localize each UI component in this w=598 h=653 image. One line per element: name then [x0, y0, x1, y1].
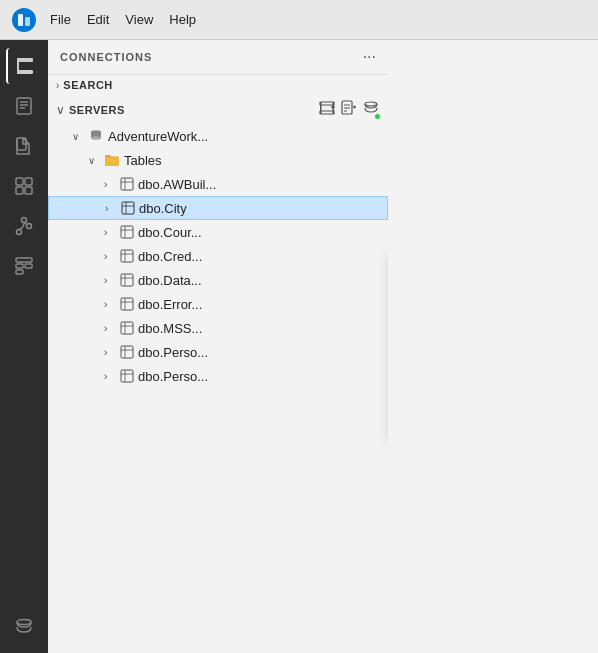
svg-rect-26	[320, 111, 334, 114]
activity-icon-files[interactable]	[6, 128, 42, 164]
tree-item-cour[interactable]: › dbo.Cour...	[48, 220, 388, 244]
tree-item-error[interactable]: › dbo.Error...	[48, 292, 388, 316]
mss-label: dbo.MSS...	[138, 321, 202, 336]
svg-point-16	[17, 230, 22, 235]
mss-chevron: ›	[104, 323, 116, 334]
svg-rect-60	[121, 346, 133, 358]
svg-rect-45	[121, 226, 133, 238]
table-icon-cred	[120, 249, 134, 263]
title-bar: File Edit View Help	[0, 0, 598, 40]
activity-icon-schema[interactable]	[6, 248, 42, 284]
svg-rect-6	[17, 98, 31, 114]
tree-item-tables[interactable]: ∨ Tables	[48, 148, 388, 172]
panel-more-button[interactable]: ···	[363, 48, 376, 66]
table-icon-city	[121, 201, 135, 215]
svg-rect-48	[121, 250, 133, 262]
svg-point-17	[27, 224, 32, 229]
servers-toolbar	[318, 99, 380, 120]
cred-label: dbo.Cred...	[138, 249, 202, 264]
connected-server-indicator	[362, 99, 380, 120]
svg-rect-14	[25, 187, 32, 194]
svg-rect-54	[121, 298, 133, 310]
svg-rect-42	[122, 202, 134, 214]
table-icon-cour	[120, 225, 134, 239]
table-icon-perso2	[120, 369, 134, 383]
svg-rect-57	[121, 322, 133, 334]
server-icon	[88, 128, 104, 144]
svg-rect-5	[17, 70, 33, 74]
svg-point-38	[91, 136, 101, 140]
table-icon-mss	[120, 321, 134, 335]
menu-view[interactable]: View	[125, 12, 153, 27]
svg-rect-63	[121, 370, 133, 382]
svg-rect-20	[25, 264, 32, 268]
table-icon-data	[120, 273, 134, 287]
perso1-label: dbo.Perso...	[138, 345, 208, 360]
svg-rect-18	[16, 258, 32, 262]
servers-label: SERVERS	[69, 104, 125, 116]
svg-rect-11	[16, 178, 23, 185]
city-chevron: ›	[105, 203, 117, 214]
tree-item-data[interactable]: › dbo.Data...	[48, 268, 388, 292]
svg-rect-13	[16, 187, 23, 194]
servers-chevron: ∨	[56, 103, 65, 117]
activity-icon-notebooks[interactable]	[6, 88, 42, 124]
table-icon	[120, 177, 134, 191]
search-section[interactable]: › SEARCH	[48, 75, 388, 95]
error-chevron: ›	[104, 299, 116, 310]
tree-item-adventureworks[interactable]: ∨ AdventureWork...	[48, 124, 388, 148]
menu-file[interactable]: File	[50, 12, 71, 27]
tree-view: ∨ AdventureWork... ∨ Tables ›	[48, 124, 388, 653]
tree-item-perso2[interactable]: › dbo.Perso...	[48, 364, 388, 388]
svg-rect-21	[16, 270, 23, 274]
adventureworks-chevron: ∨	[72, 131, 84, 142]
tree-item-city[interactable]: › dbo.City	[48, 196, 388, 220]
city-label: dbo.City	[139, 201, 187, 216]
svg-rect-39	[121, 178, 133, 190]
panel-title: CONNECTIONS	[60, 51, 152, 63]
activity-icon-database[interactable]	[6, 609, 42, 645]
activity-icon-git[interactable]	[6, 208, 42, 244]
perso2-chevron: ›	[104, 371, 116, 382]
add-connection-button[interactable]	[318, 99, 336, 120]
servers-section[interactable]: ∨ SERVERS	[48, 95, 388, 124]
tree-item-mss[interactable]: › dbo.MSS...	[48, 316, 388, 340]
svg-rect-1	[18, 14, 23, 26]
menu-edit[interactable]: Edit	[87, 12, 109, 27]
content-area	[388, 40, 598, 653]
sidebar-panel: CONNECTIONS ··· › SEARCH ∨ SERVERS	[48, 40, 388, 653]
activity-icon-extensions[interactable]	[6, 168, 42, 204]
folder-icon	[104, 152, 120, 168]
app-logo	[10, 6, 38, 34]
menu-help[interactable]: Help	[169, 12, 196, 27]
awbuil-chevron: ›	[104, 179, 116, 190]
svg-rect-12	[25, 178, 32, 185]
search-label: SEARCH	[63, 79, 112, 91]
activity-bar	[0, 40, 48, 653]
cred-chevron: ›	[104, 251, 116, 262]
perso1-chevron: ›	[104, 347, 116, 358]
svg-rect-3	[17, 58, 33, 62]
svg-point-22	[17, 620, 31, 625]
error-label: dbo.Error...	[138, 297, 202, 312]
adventureworks-label: AdventureWork...	[108, 129, 208, 144]
tables-chevron: ∨	[88, 155, 100, 166]
data-chevron: ›	[104, 275, 116, 286]
tree-item-perso1[interactable]: › dbo.Perso...	[48, 340, 388, 364]
menu-bar[interactable]: File Edit View Help	[50, 12, 196, 27]
perso2-label: dbo.Perso...	[138, 369, 208, 384]
svg-rect-2	[25, 17, 30, 26]
awbuil-label: dbo.AWBuil...	[138, 177, 216, 192]
table-icon-perso1	[120, 345, 134, 359]
tree-item-cred[interactable]: › dbo.Cred...	[48, 244, 388, 268]
svg-rect-19	[16, 264, 23, 268]
activity-icon-connections[interactable]	[6, 48, 42, 84]
tree-item-awbuil[interactable]: › dbo.AWBuil...	[48, 172, 388, 196]
svg-rect-51	[121, 274, 133, 286]
table-icon-error	[120, 297, 134, 311]
svg-rect-23	[320, 102, 334, 105]
data-label: dbo.Data...	[138, 273, 202, 288]
new-query-button[interactable]	[340, 99, 358, 120]
main-layout: CONNECTIONS ··· › SEARCH ∨ SERVERS	[0, 40, 598, 653]
connected-dot	[374, 113, 381, 120]
